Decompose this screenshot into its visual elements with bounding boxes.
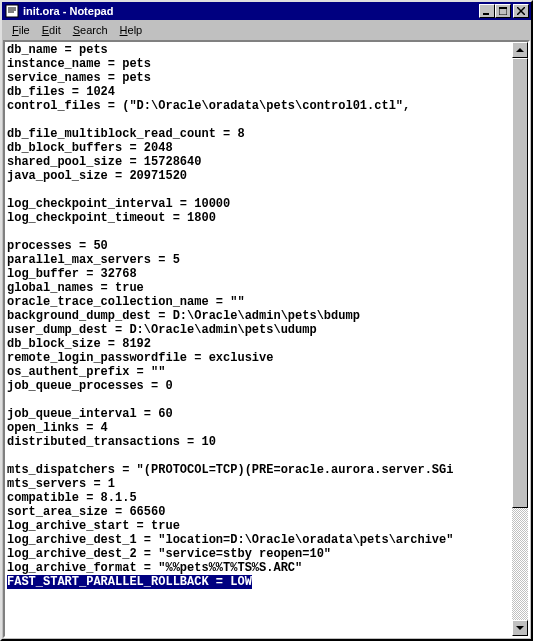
text-line: remote_login_passwordfile = exclusive (7, 351, 511, 365)
text-line: FAST_START_PARALLEL_ROLLBACK = LOW (7, 575, 511, 589)
text-line: global_names = true (7, 281, 511, 295)
app-icon (4, 3, 20, 19)
scrollbar-thumb[interactable] (512, 58, 528, 508)
svg-marker-9 (516, 48, 524, 52)
scroll-down-button[interactable] (512, 620, 528, 636)
text-line: log_archive_dest_1 = "location=D:\Oracle… (7, 533, 511, 547)
text-line: db_file_multiblock_read_count = 8 (7, 127, 511, 141)
window-title: init.ora - Notepad (23, 5, 479, 17)
window-controls (479, 4, 529, 18)
menu-help[interactable]: Help (114, 23, 149, 37)
svg-rect-4 (483, 13, 489, 15)
text-line: log_archive_start = true (7, 519, 511, 533)
scroll-up-button[interactable] (512, 42, 528, 58)
text-line: java_pool_size = 20971520 (7, 169, 511, 183)
blank-line (7, 113, 511, 127)
text-line: user_dump_dest = D:\Oracle\admin\pets\ud… (7, 323, 511, 337)
menu-edit[interactable]: Edit (36, 23, 67, 37)
text-editor[interactable]: db_name = petsinstance_name = petsservic… (5, 42, 512, 636)
text-line: mts_servers = 1 (7, 477, 511, 491)
menu-search[interactable]: Search (67, 23, 114, 37)
text-line: db_block_buffers = 2048 (7, 141, 511, 155)
editor-container: db_name = petsinstance_name = petsservic… (3, 40, 530, 638)
blank-line (7, 225, 511, 239)
text-line: processes = 50 (7, 239, 511, 253)
text-line: open_links = 4 (7, 421, 511, 435)
blank-line (7, 449, 511, 463)
app-window: init.ora - Notepad File Edit Search Help… (0, 0, 533, 641)
menubar: File Edit Search Help (2, 20, 531, 39)
text-line: control_files = ("D:\Oracle\oradata\pets… (7, 99, 511, 113)
menu-file[interactable]: File (6, 23, 36, 37)
svg-rect-0 (6, 5, 18, 17)
text-line: log_checkpoint_timeout = 1800 (7, 211, 511, 225)
text-line: log_archive_dest_2 = "service=stby reope… (7, 547, 511, 561)
text-line: instance_name = pets (7, 57, 511, 71)
svg-marker-10 (516, 626, 524, 630)
text-line: job_queue_interval = 60 (7, 407, 511, 421)
text-line: distributed_transactions = 10 (7, 435, 511, 449)
text-line: parallel_max_servers = 5 (7, 253, 511, 267)
text-line: shared_pool_size = 15728640 (7, 155, 511, 169)
selected-text: FAST_START_PARALLEL_ROLLBACK = LOW (7, 575, 252, 589)
maximize-button[interactable] (495, 4, 511, 18)
close-button[interactable] (513, 4, 529, 18)
minimize-button[interactable] (479, 4, 495, 18)
vertical-scrollbar[interactable] (512, 42, 528, 636)
text-line: log_buffer = 32768 (7, 267, 511, 281)
titlebar[interactable]: init.ora - Notepad (2, 2, 531, 20)
text-line: oracle_trace_collection_name = "" (7, 295, 511, 309)
text-line: db_files = 1024 (7, 85, 511, 99)
text-line: service_names = pets (7, 71, 511, 85)
text-line: sort_area_size = 66560 (7, 505, 511, 519)
text-line: log_archive_format = "%%pets%%T%TS%S.ARC… (7, 561, 511, 575)
svg-rect-6 (499, 7, 507, 9)
text-line: log_checkpoint_interval = 10000 (7, 197, 511, 211)
blank-line (7, 183, 511, 197)
text-line: background_dump_dest = D:\Oracle\admin\p… (7, 309, 511, 323)
text-line: mts_dispatchers = "(PROTOCOL=TCP)(PRE=or… (7, 463, 511, 477)
text-line: compatible = 8.1.5 (7, 491, 511, 505)
blank-line (7, 393, 511, 407)
text-line: job_queue_processes = 0 (7, 379, 511, 393)
text-line: db_block_size = 8192 (7, 337, 511, 351)
text-line: os_authent_prefix = "" (7, 365, 511, 379)
scrollbar-track[interactable] (512, 58, 528, 620)
text-line: db_name = pets (7, 43, 511, 57)
